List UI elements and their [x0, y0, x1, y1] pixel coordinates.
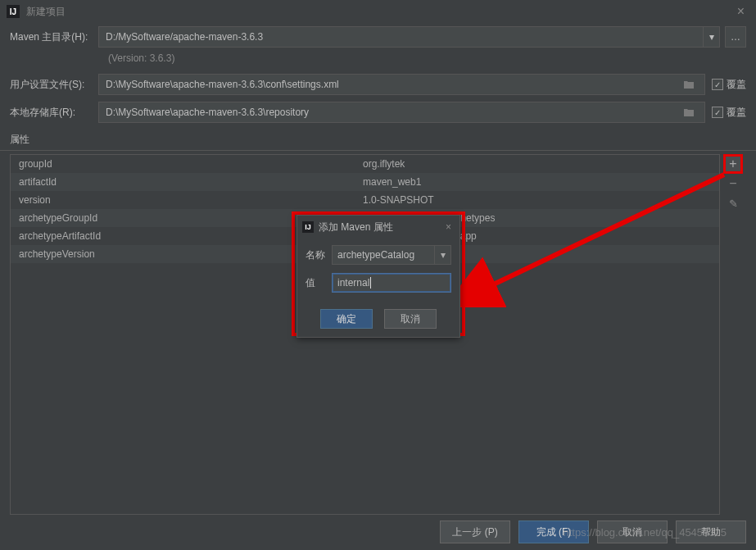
add-property-button[interactable]: + — [723, 154, 743, 174]
table-row[interactable]: version 1.0-SNAPSHOT — [11, 191, 719, 209]
minus-icon: − — [729, 176, 736, 191]
window-close-button[interactable]: × — [732, 4, 749, 19]
ellipsis-icon: … — [731, 31, 740, 43]
prop-key: version — [11, 194, 363, 206]
chevron-down-icon: ▾ — [441, 249, 446, 261]
add-maven-property-dialog: IJ 添加 Maven 属性 × 名称 archetypeCatalog ▾ 值… — [297, 215, 460, 338]
properties-side-buttons: + − ✎ — [723, 154, 746, 515]
prop-value: maven_web1 — [363, 176, 719, 188]
table-row[interactable]: artifactId maven_web1 — [11, 173, 719, 191]
dialog-value-input[interactable]: internal — [332, 273, 451, 293]
dialog-ok-button[interactable]: 确定 — [320, 309, 373, 329]
previous-button[interactable]: 上一步 (P) — [440, 520, 510, 543]
app-icon: IJ — [7, 5, 20, 18]
dialog-value-label: 值 — [306, 276, 332, 290]
user-settings-label: 用户设置文件(S): — [10, 78, 98, 92]
maven-home-row: Maven 主目录(H): D:/MySoftware/apache-maven… — [0, 23, 756, 51]
titlebar: IJ 新建项目 × — [0, 0, 756, 23]
dialog-name-input[interactable]: archetypeCatalog — [332, 245, 435, 265]
checkbox-icon: ✓ — [712, 107, 723, 118]
chevron-down-icon: ▾ — [709, 31, 714, 43]
local-repo-override[interactable]: ✓ 覆盖 — [712, 106, 746, 120]
window-title: 新建项目 — [26, 5, 66, 19]
dialog-title: 添加 Maven 属性 — [319, 220, 442, 234]
dialog-close-button[interactable]: × — [442, 221, 455, 233]
local-repo-label: 本地存储库(R): — [10, 106, 98, 120]
wizard-footer: 上一步 (P) 完成 (F) 取消 帮助 — [440, 520, 746, 543]
maven-home-browse-button[interactable]: … — [725, 26, 746, 48]
cancel-button[interactable]: 取消 — [597, 520, 668, 543]
plus-icon: + — [729, 157, 736, 171]
override-label: 覆盖 — [727, 78, 746, 92]
maven-version-note: (Version: 3.6.3) — [98, 51, 756, 70]
prop-value: org.iflytek — [363, 158, 719, 170]
user-settings-input[interactable]: D:\MySoftware\apache-maven-3.6.3\conf\se… — [98, 74, 705, 95]
maven-home-dropdown[interactable]: ▾ — [704, 26, 720, 48]
edit-property-button[interactable]: ✎ — [723, 193, 743, 213]
folder-icon[interactable] — [680, 74, 698, 95]
maven-home-label: Maven 主目录(H): — [10, 30, 98, 44]
user-settings-row: 用户设置文件(S): D:\MySoftware\apache-maven-3.… — [0, 70, 756, 98]
prop-key: artifactId — [11, 176, 363, 188]
override-label: 覆盖 — [727, 106, 746, 120]
finish-button[interactable]: 完成 (F) — [518, 520, 589, 543]
dialog-value-row: 值 internal — [306, 273, 451, 293]
properties-section-title: 属性 — [0, 126, 756, 151]
prop-value: 1.0-SNAPSHOT — [363, 194, 719, 206]
dialog-name-row: 名称 archetypeCatalog ▾ — [306, 245, 451, 265]
dialog-cancel-button[interactable]: 取消 — [384, 309, 437, 329]
table-row[interactable]: groupId org.iflytek — [11, 155, 719, 173]
local-repo-input[interactable]: D:\MySoftware\apache-maven-3.6.3\reposit… — [98, 102, 705, 123]
dialog-name-dropdown[interactable]: ▾ — [435, 245, 451, 265]
dialog-titlebar: IJ 添加 Maven 属性 × — [297, 216, 459, 239]
remove-property-button[interactable]: − — [723, 174, 743, 193]
help-button[interactable]: 帮助 — [676, 520, 746, 543]
folder-icon[interactable] — [680, 102, 698, 123]
text-cursor — [370, 277, 371, 289]
checkbox-icon: ✓ — [712, 79, 723, 90]
dialog-name-label: 名称 — [306, 248, 332, 262]
local-repo-row: 本地存储库(R): D:\MySoftware\apache-maven-3.6… — [0, 98, 756, 126]
maven-home-input[interactable]: D:/MySoftware/apache-maven-3.6.3 — [98, 26, 704, 48]
pencil-icon: ✎ — [729, 198, 738, 210]
user-settings-override[interactable]: ✓ 覆盖 — [712, 78, 746, 92]
app-icon: IJ — [302, 221, 314, 233]
prop-key: groupId — [11, 158, 363, 170]
